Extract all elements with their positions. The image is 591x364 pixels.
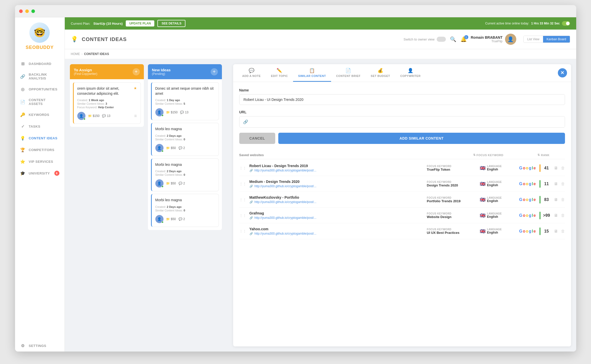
card-budget: 📁 $50 — [166, 217, 176, 221]
list-view-button[interactable]: List View — [524, 36, 543, 43]
drag-handle-icon[interactable]: ⋮⋮ — [239, 166, 246, 170]
site-url[interactable]: 🔗 http://yuma300.github.io/cryptogamble/… — [249, 232, 425, 235]
monitor-icon[interactable]: 🖥 — [554, 213, 558, 218]
sidebar-item-backlink[interactable]: 🔗 BACKLINK ANALYSIS — [15, 70, 65, 83]
site-info: Medium - Design Trends 2020 🔗 http://yum… — [249, 180, 425, 188]
sidebar-item-keywords[interactable]: 🔑 KEYWORDS — [15, 109, 65, 120]
copywriter-icon: 👤 — [408, 68, 413, 73]
kw-value: Website Design — [427, 215, 478, 219]
content-assets-icon: 📄 — [20, 99, 26, 105]
column-body: orem ipsum dolor sit amet, consectetur a… — [70, 79, 144, 127]
card-similar: Similar Content Ideas: 0 — [155, 173, 215, 176]
saved-websites-section: Saved websites ⇅ FOCUS KEYWORD ⇅ RANK — [239, 151, 565, 239]
header: 💡 CONTENT IDEAS Switch to owner view 🔍 🔔… — [65, 30, 576, 49]
cancel-button[interactable]: CANCEL — [239, 133, 275, 144]
site-url[interactable]: 🔗 http://yuma300.github.io/cryptogamble/… — [249, 216, 425, 220]
sidebar-item-label: BACKLINK ANALYSIS — [29, 73, 59, 80]
name-input[interactable] — [239, 94, 565, 105]
tab-edit-topic[interactable]: ✏️ EDIT TOPIC — [266, 64, 293, 82]
card-budget: 📁 $50 — [166, 146, 176, 150]
language-info: 🇬🇧 LANGUAGE English — [480, 181, 515, 187]
sidebar-item-label: TASKS — [29, 125, 41, 128]
monitor-icon[interactable]: 🖥 — [554, 229, 558, 234]
url-input[interactable] — [252, 117, 565, 127]
maximize-button[interactable] — [31, 9, 35, 13]
site-url[interactable]: 🔗 http://yuma300.github.io/cryptogamble/… — [249, 169, 425, 172]
google-logo: Google — [519, 166, 536, 170]
card-footer: 👤 📁 $50 💬 2 — [155, 215, 215, 223]
sidebar-item-label: OPPORTUNITIES — [29, 87, 58, 91]
site-info: Robert Licau - Design Trends 2019 🔗 http… — [249, 164, 425, 172]
panel-content: Name URL 🔗 — [233, 82, 571, 346]
comment-icon: 💬 — [102, 114, 106, 118]
breadcrumb: HOME › CONTENT IDEAS — [65, 49, 576, 59]
delete-icon[interactable]: 🗑 — [561, 197, 565, 202]
column-add-button[interactable]: + — [133, 68, 140, 75]
card-menu-icon[interactable]: ≡ — [134, 113, 137, 119]
search-icon[interactable]: 🔍 — [450, 36, 456, 42]
drag-handle-icon[interactable]: ⋮⋮ — [239, 198, 246, 202]
sidebar-item-content-ideas[interactable]: 💡 CONTENT IDEAS — [15, 132, 65, 144]
card-similar: Similar Content Ideas: 0 — [155, 209, 215, 212]
rank-bar: 11 — [539, 180, 552, 188]
delete-icon[interactable]: 🗑 — [561, 182, 565, 186]
update-plan-button[interactable]: UPDATE PLAN — [126, 20, 154, 26]
sidebar-item-content-assets[interactable]: 📄 CONTENT ASSETS — [15, 95, 65, 109]
site-url[interactable]: 🔗 http://yuma300.github.io/cryptogamble/… — [249, 200, 425, 204]
card-budget: 📁 $150 — [88, 114, 100, 118]
sidebar-item-competitors[interactable]: 🏆 COMPETITORS — [15, 144, 65, 156]
tab-copywriter[interactable]: 👤 COPYWRITER — [395, 64, 426, 82]
sidebar-item-university[interactable]: 🎓 UNIVERSITY 6 — [15, 167, 65, 179]
see-details-button[interactable]: SEE DETAILS — [157, 20, 185, 27]
owner-view-toggle[interactable] — [437, 37, 446, 42]
sidebar-item-opportunities[interactable]: ◎ OPPORTUNITIES — [15, 83, 65, 95]
kanban-column-new-ideas: New Ideas (Pending) + Donec sit amet neq… — [148, 64, 222, 346]
tab-content-brief[interactable]: 📄 CONTENT BRIEF — [331, 64, 366, 82]
drag-handle-icon[interactable]: ⋮⋮ — [239, 182, 246, 186]
card-budget: 📁 $50 — [166, 182, 176, 185]
card-keyword: Focus Keyword: Help Center — [77, 106, 137, 109]
keyword-info: FOCUS KEYWORD TrueFlip Token — [427, 165, 478, 171]
card-avatar: 👤 — [155, 215, 164, 223]
active-toggle[interactable] — [562, 21, 570, 26]
sidebar-item-tasks[interactable]: ✓ TASKS — [15, 120, 65, 132]
drag-handle-icon[interactable]: ⋮⋮ — [239, 229, 246, 233]
kanban-card: Morbi leo magna Created: 2 Days ago Simi… — [151, 123, 219, 156]
close-button[interactable] — [19, 9, 23, 13]
link-icon: 🔗 — [249, 200, 253, 204]
tab-add-note[interactable]: 💬 ADD A NOTE — [237, 64, 266, 82]
sidebar-item-vip-services[interactable]: ⭐ VIP SERVICES — [15, 156, 65, 167]
tab-similar-content[interactable]: 📋 SIMILAR CONTENT — [293, 64, 331, 82]
plan-name: StartUp (10 Hours) — [93, 22, 123, 25]
rank-column-header[interactable]: ⇅ RANK — [524, 153, 550, 157]
tab-set-budget[interactable]: 💰 SET BUDGET — [366, 64, 395, 82]
notification-bell[interactable]: 🔔 1 — [460, 36, 467, 42]
online-indicator — [161, 114, 164, 116]
delete-icon[interactable]: 🗑 — [561, 166, 565, 170]
focus-keyword-column-header[interactable]: ⇅ FOCUS KEYWORD — [473, 153, 524, 157]
top-banner: Current Plan: StartUp (10 Hours) UPDATE … — [65, 17, 576, 30]
site-url[interactable]: 🔗 http://yuma300.github.io/cryptogamble/… — [249, 184, 425, 188]
close-panel-button[interactable]: ✕ — [558, 68, 567, 77]
folder-icon: 📁 — [88, 114, 92, 118]
vip-icon: ⭐ — [20, 159, 26, 164]
kanban-board: To Assign (Find Copywriter) + orem ipsum… — [65, 59, 233, 352]
breadcrumb-home[interactable]: HOME — [71, 52, 80, 56]
column-subtitle: (Find Copywriter) — [74, 72, 97, 76]
monitor-icon[interactable]: 🖥 — [554, 197, 558, 202]
drag-handle-icon[interactable]: ⋮⋮ — [239, 213, 246, 218]
sidebar-item-dashboard[interactable]: ⊞ DASHBOARD — [15, 58, 65, 70]
monitor-icon[interactable]: 🖥 — [554, 182, 558, 186]
star-icon[interactable]: ★ — [134, 86, 137, 90]
column-add-button[interactable]: + — [211, 68, 218, 75]
minimize-button[interactable] — [25, 9, 29, 13]
sidebar-item-settings[interactable]: ⚙ SETTINGS — [15, 340, 65, 352]
lang-text: LANGUAGE English — [487, 196, 501, 203]
google-logo: Google — [519, 213, 536, 218]
monitor-icon[interactable]: 🖥 — [554, 166, 558, 170]
add-similar-content-button[interactable]: ADD SIMILAR CONTENT — [278, 133, 565, 144]
sidebar: 🤓 SEOBUDDY ⊞ DASHBOARD 🔗 BACKLINK ANALYS… — [15, 17, 65, 352]
kanban-view-button[interactable]: Kanban Board — [543, 36, 570, 43]
delete-icon[interactable]: 🗑 — [561, 213, 565, 218]
delete-icon[interactable]: 🗑 — [561, 229, 565, 234]
